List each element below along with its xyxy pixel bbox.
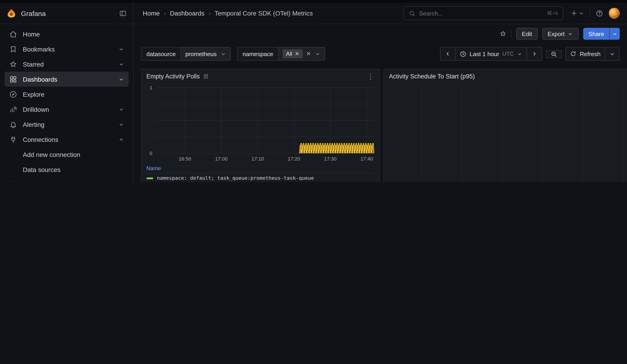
brand-title: Grafana bbox=[21, 9, 46, 17]
sidebar-item-bookmarks[interactable]: Bookmarks bbox=[4, 42, 129, 56]
gear-icon bbox=[9, 180, 18, 182]
sidebar-item-label: Connections bbox=[23, 136, 58, 143]
share-button[interactable]: Share bbox=[583, 28, 620, 40]
share-button-label: Share bbox=[583, 28, 609, 40]
zoom-out-button[interactable] bbox=[546, 50, 562, 58]
sidebar-item-administration[interactable]: Administration bbox=[4, 177, 129, 182]
panel-empty-activity-polls: Empty Activity Polls ⋮ 0116:5017:0017:10… bbox=[141, 69, 380, 182]
remove-tag-icon[interactable]: ✕ bbox=[295, 51, 299, 57]
svg-text:17:20: 17:20 bbox=[288, 156, 300, 162]
sidebar-item-drilldown[interactable]: Drilldown bbox=[4, 102, 129, 117]
panel-title-bar[interactable]: Empty Activity Polls ⋮ bbox=[141, 69, 379, 83]
sidebar-item-label: Administration bbox=[23, 181, 63, 182]
bookmark-icon bbox=[9, 45, 18, 53]
plug-icon bbox=[9, 135, 18, 144]
time-shift-back-button[interactable] bbox=[440, 47, 456, 61]
sidebar-item-label: Alerting bbox=[23, 121, 45, 128]
plus-icon bbox=[571, 9, 578, 17]
header-divider bbox=[590, 9, 590, 17]
sidebar-item-data-sources[interactable]: Data sources bbox=[4, 162, 129, 177]
variables-section: datasource prometheus namespace All ✕ bbox=[141, 47, 325, 61]
time-shift-forward-button[interactable] bbox=[527, 47, 542, 61]
help-button[interactable] bbox=[596, 9, 603, 17]
bell-icon bbox=[9, 120, 18, 128]
sidebar-item-alerting[interactable]: Alerting bbox=[4, 117, 129, 132]
chevron-down-icon bbox=[517, 51, 523, 57]
grafana-app: Grafana Home › Dashboards › Temporal Cor… bbox=[0, 0, 627, 182]
dock-menu-icon[interactable] bbox=[119, 9, 127, 17]
sidebar-item-starred[interactable]: Starred bbox=[4, 56, 129, 72]
panel-title: Activity Schedule To Start (p95) bbox=[389, 73, 475, 80]
header-actions bbox=[563, 8, 627, 19]
svg-text:17:00: 17:00 bbox=[215, 156, 228, 162]
refresh-icon bbox=[570, 51, 576, 57]
variable-namespace-value[interactable]: All ✕ ✕ bbox=[279, 47, 325, 61]
panel-menu-icon[interactable]: ⋮ bbox=[367, 73, 374, 80]
svg-text:17:40: 17:40 bbox=[361, 156, 373, 162]
breadcrumb-separator: › bbox=[209, 10, 210, 17]
series-color-mark bbox=[146, 177, 153, 179]
legend-item: namespace: default; task_queue:prometheu… bbox=[146, 173, 374, 182]
new-button[interactable] bbox=[571, 9, 584, 17]
chevron-down-icon bbox=[579, 10, 584, 16]
refresh-button[interactable]: Refresh bbox=[566, 47, 605, 61]
compass-icon bbox=[9, 90, 18, 98]
time-series-chart: 0116:5017:0017:1017:2017:3017:40 bbox=[141, 83, 379, 163]
svg-text:17:30: 17:30 bbox=[324, 156, 337, 162]
chevron-down-icon bbox=[220, 51, 226, 57]
apps-icon bbox=[9, 75, 18, 83]
namespace-tag-label: All bbox=[286, 51, 292, 57]
sidebar-item-dashboards[interactable]: Dashboards bbox=[4, 72, 129, 87]
panel-description-icon[interactable] bbox=[203, 73, 209, 79]
sidebar-item-label: Starred bbox=[23, 60, 44, 68]
variable-datasource-value[interactable]: prometheus bbox=[181, 47, 231, 61]
legend-column-name[interactable]: Name bbox=[146, 165, 374, 171]
edit-button[interactable]: Edit bbox=[517, 28, 538, 40]
time-controls: Last 1 hour UTC Refresh bbox=[440, 47, 620, 61]
drilldown-icon bbox=[9, 105, 18, 113]
namespace-tag-all[interactable]: All ✕ bbox=[283, 49, 303, 58]
legend-series-label[interactable]: namespace: default; task_queue:prometheu… bbox=[157, 175, 374, 181]
time-range-picker[interactable]: Last 1 hour UTC bbox=[456, 47, 527, 61]
sidebar-item-home[interactable]: Home bbox=[4, 26, 129, 42]
breadcrumb-dashboards[interactable]: Dashboards bbox=[170, 9, 204, 17]
chevron-down-icon bbox=[118, 61, 124, 67]
breadcrumb-separator: › bbox=[164, 10, 166, 17]
svg-text:1: 1 bbox=[150, 85, 152, 91]
search-input[interactable]: Search... ⌘+k bbox=[404, 6, 563, 20]
panel-legend: Namenamespace: default; task_queue:prome… bbox=[141, 163, 379, 182]
clock-icon bbox=[460, 51, 467, 57]
user-avatar[interactable] bbox=[609, 8, 620, 19]
main-content: Edit Export Share datasource pro bbox=[134, 24, 627, 182]
chevron-down-icon bbox=[568, 31, 574, 37]
dashboard-grid: Empty Activity Polls ⋮ 0116:5017:0017:10… bbox=[134, 69, 627, 182]
breadcrumb-current: Temporal Core SDK (OTel) Metrics bbox=[214, 9, 313, 17]
chevron-down-icon bbox=[118, 121, 124, 127]
variable-namespace-label: namespace bbox=[237, 47, 279, 61]
panel-title-bar[interactable]: Activity Schedule To Start (p95) bbox=[384, 69, 627, 83]
chevron-down-icon bbox=[314, 51, 320, 57]
sidebar-item-label: Drilldown bbox=[23, 105, 49, 113]
sidebar-item-add-new-connection[interactable]: Add new connection bbox=[4, 147, 129, 162]
grafana-logo bbox=[6, 8, 16, 18]
refresh-group: Refresh bbox=[566, 47, 620, 61]
refresh-interval-caret[interactable] bbox=[605, 47, 620, 61]
favorite-star-button[interactable] bbox=[500, 30, 507, 37]
edit-button-label: Edit bbox=[522, 30, 532, 37]
share-menu-caret[interactable] bbox=[609, 28, 620, 40]
sidebar-item-explore[interactable]: Explore bbox=[4, 87, 129, 102]
sidebar-item-connections[interactable]: Connections bbox=[4, 132, 129, 147]
dashboard-column-left: Empty Activity Polls ⋮ 0116:5017:0017:10… bbox=[141, 69, 380, 182]
timezone-label: UTC bbox=[503, 51, 514, 57]
sidebar-item-label: Data sources bbox=[23, 166, 60, 173]
actions-divider bbox=[511, 30, 512, 38]
clear-all-icon[interactable]: ✕ bbox=[306, 51, 311, 57]
header-brand-section: Grafana bbox=[0, 3, 134, 24]
variable-namespace: namespace All ✕ ✕ bbox=[237, 47, 325, 61]
legend-header: Name bbox=[146, 163, 374, 173]
breadcrumb-home[interactable]: Home bbox=[143, 9, 160, 17]
search-shortcut: ⌘+k bbox=[547, 10, 558, 16]
export-button[interactable]: Export bbox=[542, 28, 579, 40]
chevron-down-icon bbox=[118, 106, 124, 112]
time-range-group: Last 1 hour UTC bbox=[440, 47, 542, 61]
